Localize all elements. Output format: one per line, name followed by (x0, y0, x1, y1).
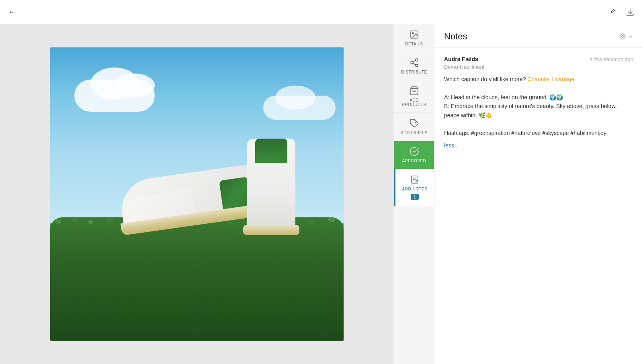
image-icon (410, 30, 419, 39)
sidebar-label-add-notes: ADD NOTES (402, 187, 428, 191)
asset-image (50, 47, 344, 341)
tag-icon (410, 119, 419, 128)
sidebar-item-distribute[interactable]: DISTRIBUTE (394, 52, 434, 80)
notes-settings-button[interactable] (619, 33, 633, 40)
pencil-icon (608, 7, 617, 17)
notes-body: Audra Fields a few seconds ago Demo-Habi… (434, 48, 643, 364)
svg-point-12 (622, 36, 624, 38)
svg-point-3 (411, 61, 413, 64)
gear-icon (619, 33, 626, 40)
shoe2-upper (247, 139, 295, 227)
svg-line-5 (413, 63, 416, 65)
sidebar-label-approved: APPROVED (402, 159, 426, 163)
share-icon (410, 58, 419, 67)
cloud-1 (74, 80, 155, 112)
shoe2-heel-tab (255, 139, 287, 163)
shoe-photo (50, 47, 344, 341)
hedge-background (50, 217, 344, 341)
sidebar-item-approved[interactable]: APPROVED (394, 141, 434, 169)
back-button[interactable]: ← (8, 7, 16, 16)
chevron-down-icon (628, 34, 633, 39)
sidebar-label-add-products: ADD PRODUCTS (397, 98, 431, 107)
note-intro: Which caption do y'all like more? (444, 76, 527, 82)
sidebar-label-distribute: DISTRIBUTE (401, 70, 427, 74)
shoe-second-wrapper (239, 115, 311, 235)
top-bar-right (608, 7, 635, 17)
bag-icon (410, 86, 419, 96)
sidebar-label-details: DETAILS (405, 42, 423, 46)
shoe2-sole (243, 225, 299, 235)
top-bar-left: ← (8, 7, 16, 16)
top-bar: ← (0, 0, 643, 24)
svg-point-1 (412, 33, 414, 34)
check-circle-icon (410, 147, 419, 156)
note-text: Which caption do y'all like more? Chanak… (444, 75, 633, 150)
svg-point-2 (416, 59, 418, 61)
download-button[interactable] (625, 7, 635, 17)
notes-panel: Notes Audra Fields a few seconds ago Dem… (434, 24, 643, 364)
note-author: Audra Fields (444, 56, 478, 62)
note-source: Demo-Habiliment (444, 64, 633, 70)
sidebar-item-details[interactable]: DETAILS (394, 24, 434, 52)
sidebar-item-add-products[interactable]: ADD PRODUCTS (394, 80, 434, 113)
svg-line-6 (413, 61, 416, 62)
sidebar-item-add-labels[interactable]: ADD LABELS (394, 113, 434, 141)
image-area (0, 24, 394, 364)
note-author-row: Audra Fields a few seconds ago (444, 56, 633, 62)
note-time: a few seconds ago (590, 56, 633, 62)
download-icon (625, 7, 635, 17)
sidebar-item-add-notes[interactable]: ADD NOTES 1 (394, 169, 434, 206)
notes-header: Notes (434, 24, 643, 48)
sidebar: DETAILS DISTRIBUTE (394, 24, 434, 364)
sidebar-label-add-labels: ADD LABELS (401, 131, 428, 135)
hedge-texture (50, 217, 344, 341)
edit-button[interactable] (608, 7, 617, 17)
svg-point-4 (416, 64, 418, 67)
note-icon (410, 175, 420, 184)
note-mention[interactable]: Chanaka Liyanage (527, 76, 574, 82)
main-content: DETAILS DISTRIBUTE (0, 24, 643, 364)
notes-title: Notes (444, 31, 467, 42)
notes-badge: 1 (411, 194, 419, 200)
note-less-link[interactable]: less... (444, 141, 633, 150)
